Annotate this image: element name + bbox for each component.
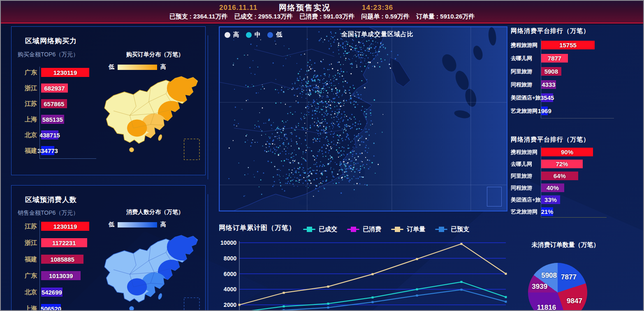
stat-label: 问题单 bbox=[361, 13, 380, 20]
bar-label: 北京 bbox=[13, 131, 37, 139]
data-point bbox=[327, 306, 329, 309]
bar-label: 艺龙旅游网 bbox=[511, 208, 540, 216]
map-legend-item: 低 bbox=[267, 31, 282, 39]
gradient-legend-bar bbox=[118, 65, 157, 70]
bar-value: 585135 bbox=[42, 116, 63, 123]
bar-label: 去哪儿网 bbox=[511, 160, 540, 168]
map-title: 全国订单成交量区域占比 bbox=[341, 30, 414, 38]
bar-value: 1230119 bbox=[53, 223, 77, 230]
bar: 7877 bbox=[541, 54, 568, 63]
bar-label: 广东 bbox=[13, 69, 37, 77]
bar-value: 4333 bbox=[542, 81, 555, 88]
bar-label: 北京 bbox=[13, 288, 37, 296]
bar-label: 阿里旅游 bbox=[511, 68, 540, 75]
legend-dot-icon bbox=[246, 32, 252, 38]
legend-label: 已成交 bbox=[319, 225, 337, 233]
bar-row: 江苏1230119 bbox=[13, 222, 89, 231]
bar-row: 同程旅游4333 bbox=[511, 80, 595, 89]
china-map-consume-distribution bbox=[86, 229, 204, 311]
bar-row: 阿里旅游5908 bbox=[511, 67, 595, 76]
axis-line bbox=[39, 220, 40, 311]
south-china-sea-inset bbox=[487, 187, 502, 207]
bar-label: 去哪儿网 bbox=[511, 55, 540, 62]
legend-label: 订单量 bbox=[407, 225, 425, 233]
bar-row: 阿里旅游64% bbox=[511, 172, 593, 180]
y-tick-label: 6000 bbox=[224, 271, 236, 277]
bar: 40% bbox=[541, 183, 564, 192]
map-legend: 高中低 bbox=[225, 31, 282, 39]
bar-value: 1172231 bbox=[52, 239, 76, 246]
bar: 1969 bbox=[541, 107, 548, 115]
bar-value: 1969 bbox=[537, 107, 551, 114]
axis-line bbox=[39, 67, 40, 159]
bar-row: 浙江1172231 bbox=[13, 238, 89, 247]
bar-label: 上海 bbox=[13, 116, 37, 123]
header-stat: 已成交 : 2955.13万件 bbox=[234, 13, 293, 21]
legend-item: 订单量 bbox=[391, 225, 425, 233]
stat-label: 已成交 bbox=[234, 13, 253, 20]
bar-row: 江苏657865 bbox=[13, 99, 89, 108]
legend-marker-icon bbox=[435, 227, 447, 232]
stat-value: 2955.13万件 bbox=[258, 13, 293, 20]
header-time: 14:23:36 bbox=[362, 4, 393, 12]
legend-item: 已成交 bbox=[303, 225, 337, 233]
stat-label: 已消费 bbox=[299, 13, 318, 20]
bar-label: 美团酒店+旅游 bbox=[511, 94, 540, 102]
panel-border-echo bbox=[208, 194, 208, 311]
bar: 657865 bbox=[41, 99, 67, 108]
bar-value: 7877 bbox=[548, 55, 561, 62]
panel-subtitle: 购买金额TOP6（万元） bbox=[18, 51, 79, 58]
data-point bbox=[283, 305, 285, 307]
bar-chart-consume-top6: 江苏1230119浙江1172231福建1085885广东1013039北京54… bbox=[13, 222, 89, 311]
legend-marker-square bbox=[307, 227, 312, 232]
pie-slice-label: 9847 bbox=[567, 297, 582, 305]
legend-marker-icon bbox=[391, 227, 403, 232]
bar: 542699 bbox=[41, 288, 63, 297]
axis-line bbox=[541, 217, 607, 218]
bar-value: 334773 bbox=[37, 147, 58, 154]
data-point bbox=[327, 303, 329, 305]
bar-label: 浙江 bbox=[13, 239, 37, 247]
bar-row: 北京438715 bbox=[13, 130, 89, 139]
bar: 1172231 bbox=[41, 238, 87, 247]
panel-title: 网络消费平台排行（万笔） bbox=[511, 27, 590, 35]
map-legend-item: 高 bbox=[225, 31, 239, 39]
bar: 585135 bbox=[41, 115, 64, 124]
data-point bbox=[505, 301, 507, 303]
panel-title: 区域预消费人数 bbox=[25, 195, 77, 204]
bar-label: 广东 bbox=[13, 272, 37, 280]
stat-value: 591.03万件 bbox=[323, 13, 354, 20]
stat-value: 5910.26万件 bbox=[440, 13, 475, 20]
data-point bbox=[372, 273, 374, 275]
stat-value: 2364.11万件 bbox=[193, 13, 227, 20]
bar-row: 广东1013039 bbox=[13, 271, 89, 280]
stat-label: 订单量 bbox=[416, 13, 435, 20]
legend-label: 已预支 bbox=[451, 225, 469, 233]
bar: 1013039 bbox=[41, 271, 81, 280]
data-point bbox=[283, 309, 285, 311]
bar-row: 携程旅游网15755 bbox=[511, 41, 595, 49]
bar-row: 上海506520 bbox=[13, 304, 89, 311]
panel-title: 网络消费平台排行（万笔） bbox=[511, 136, 590, 144]
line-chart-title: 网络订单累计图（万笔） bbox=[219, 224, 296, 232]
legend-high-label: 高 bbox=[160, 221, 166, 228]
y-tick-label: 2000 bbox=[224, 302, 236, 308]
bar-value: 1085885 bbox=[50, 256, 74, 263]
header-stat: 订单量 : 5910.26万件 bbox=[416, 13, 475, 21]
bar: 1230119 bbox=[41, 68, 89, 77]
bar: 21% bbox=[541, 207, 553, 216]
y-tick-label: 10000 bbox=[220, 239, 236, 246]
bar-value: 21% bbox=[541, 208, 554, 215]
data-point bbox=[416, 258, 418, 260]
y-tick-label: 8000 bbox=[224, 255, 236, 262]
bar-value: 64% bbox=[554, 172, 566, 179]
data-point bbox=[505, 273, 507, 275]
bar: 64% bbox=[541, 172, 578, 180]
bar: 682937 bbox=[41, 84, 68, 93]
bar-label: 福建 bbox=[13, 255, 37, 263]
bar-value: 1013039 bbox=[49, 272, 73, 279]
bar-row: 艺龙旅游网1969 bbox=[511, 107, 595, 115]
bar-row: 福建1085885 bbox=[13, 255, 89, 264]
data-point bbox=[416, 295, 418, 297]
bar-row: 北京542699 bbox=[13, 288, 89, 297]
